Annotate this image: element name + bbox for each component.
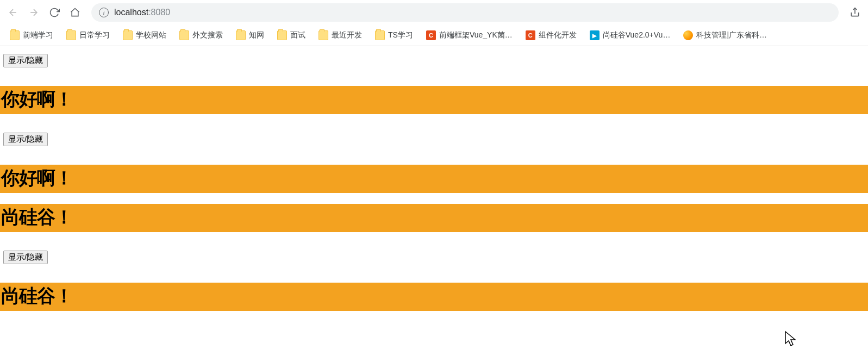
bookmark-item[interactable]: 学校网站 — [117, 28, 172, 42]
bookmark-label: 尚硅谷Vue2.0+Vu… — [603, 30, 671, 40]
heading-1: 你好啊！ — [0, 86, 868, 114]
folder-icon — [236, 30, 246, 40]
bookmark-label: 知网 — [249, 30, 264, 40]
bookmark-item[interactable]: 日常学习 — [61, 28, 115, 42]
folder-icon — [66, 30, 76, 40]
globe-icon — [683, 30, 693, 40]
page-content: 显示/隐藏 你好啊！ 显示/隐藏 你好啊！ 尚硅谷！ 显示/隐藏 尚硅谷！ — [0, 46, 868, 311]
reload-icon — [49, 7, 60, 18]
site-info-icon[interactable]: i — [99, 8, 109, 17]
bookmark-label: 日常学习 — [79, 30, 110, 40]
heading-2: 你好啊！ — [0, 165, 868, 193]
address-bar[interactable]: i localhost:8080 — [91, 3, 839, 22]
bookmark-item[interactable]: ▶尚硅谷Vue2.0+Vu… — [584, 28, 676, 42]
bookmark-label: 面试 — [290, 30, 305, 40]
bookmark-item[interactable]: 面试 — [272, 28, 311, 42]
bookmark-label: TS学习 — [388, 30, 413, 40]
share-icon — [850, 7, 860, 18]
arrow-right-icon — [28, 7, 39, 18]
bookmark-item[interactable]: 最近开发 — [313, 28, 367, 42]
folder-icon — [277, 30, 287, 40]
home-icon — [70, 7, 80, 18]
bookmarks-bar: 前端学习日常学习学校网站外文搜索知网面试最近开发TS学习C前端框架Vue_YK菌… — [0, 25, 868, 46]
home-button[interactable] — [66, 4, 84, 21]
bookmark-item[interactable]: 外文搜索 — [174, 28, 228, 42]
bookmark-item[interactable]: C前端框架Vue_YK菌… — [421, 28, 518, 42]
bookmark-item[interactable]: TS学习 — [370, 28, 419, 42]
arrow-left-icon — [8, 7, 18, 18]
toggle-button-1[interactable]: 显示/隐藏 — [3, 54, 48, 67]
heading-4: 尚硅谷！ — [0, 283, 868, 311]
browser-chrome: i localhost:8080 前端学习日常学习学校网站外文搜索知网面试最近开… — [0, 0, 868, 46]
forward-button[interactable] — [25, 4, 42, 21]
csdn-icon: C — [526, 30, 535, 40]
folder-icon — [123, 30, 133, 40]
bookmark-label: 学校网站 — [136, 30, 166, 40]
toggle-button-2[interactable]: 显示/隐藏 — [3, 133, 48, 146]
folder-icon — [10, 30, 20, 40]
bookmark-item[interactable]: 前端学习 — [4, 28, 59, 42]
toggle-button-3[interactable]: 显示/隐藏 — [3, 251, 48, 264]
back-button[interactable] — [4, 4, 22, 21]
bookmark-item[interactable]: 知网 — [230, 28, 270, 42]
bookmark-label: 前端框架Vue_YK菌… — [439, 30, 513, 40]
folder-icon — [375, 30, 385, 40]
url-text: localhost:8080 — [114, 8, 170, 17]
csdn-icon: C — [426, 30, 436, 40]
folder-icon — [179, 30, 189, 40]
bookmark-label: 前端学习 — [23, 30, 53, 40]
bookmark-label: 组件化开发 — [539, 30, 577, 40]
bilibili-icon: ▶ — [590, 30, 600, 40]
bookmark-item[interactable]: C组件化开发 — [520, 28, 582, 42]
bookmark-label: 外文搜索 — [192, 30, 223, 40]
bookmark-item[interactable]: 科技管理|广东省科… — [678, 28, 772, 42]
bookmark-label: 最近开发 — [332, 30, 362, 40]
heading-3: 尚硅谷！ — [0, 204, 868, 232]
folder-icon — [319, 30, 328, 40]
toolbar: i localhost:8080 — [0, 0, 868, 25]
bookmark-label: 科技管理|广东省科… — [696, 30, 767, 40]
share-button[interactable] — [846, 4, 864, 21]
reload-button[interactable] — [46, 4, 63, 21]
